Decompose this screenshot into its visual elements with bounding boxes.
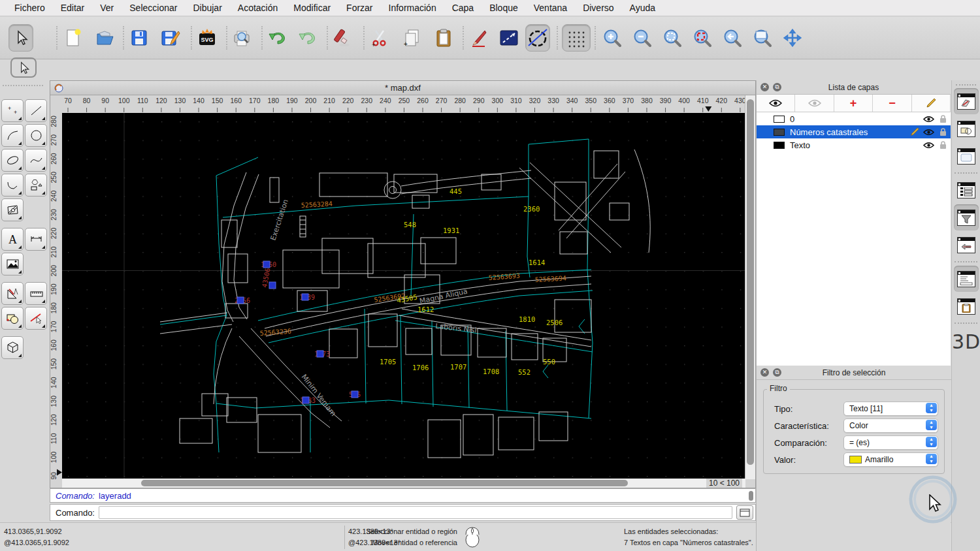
polyline-tool-button[interactable] bbox=[1, 174, 24, 197]
hide-all-layers-button[interactable] bbox=[795, 95, 834, 112]
horizontal-scrollbar[interactable] bbox=[62, 479, 745, 488]
add-layer-button[interactable]: + bbox=[834, 95, 873, 112]
draft-tools-button[interactable] bbox=[1, 282, 24, 305]
menu-item-ayuda[interactable]: Ayuda bbox=[622, 3, 663, 13]
command-input[interactable] bbox=[99, 506, 732, 519]
redo-button[interactable] bbox=[295, 24, 320, 52]
edit-layer-button[interactable] bbox=[912, 95, 951, 112]
document-title-bar[interactable]: * map.dxf bbox=[50, 81, 755, 95]
edit-pencil-icon[interactable] bbox=[910, 127, 919, 136]
layer-visibility-icon[interactable] bbox=[923, 142, 934, 149]
menu-item-ventana[interactable]: Ventana bbox=[526, 3, 575, 13]
layer-visibility-icon[interactable] bbox=[923, 129, 934, 136]
text-selection-handle[interactable] bbox=[269, 282, 276, 289]
zoom-window-button[interactable] bbox=[750, 24, 775, 52]
layer-row-0[interactable]: 0 bbox=[757, 112, 951, 125]
menu-item-dibujar[interactable]: Dibujar bbox=[185, 3, 229, 13]
text-selection-handle[interactable] bbox=[351, 391, 358, 398]
menu-item-editar[interactable]: Editar bbox=[53, 3, 93, 13]
pan-button[interactable] bbox=[780, 24, 805, 52]
layer-lock-icon[interactable] bbox=[939, 141, 947, 150]
zoom-selection-button[interactable] bbox=[690, 24, 715, 52]
zoom-auto-button[interactable] bbox=[660, 24, 685, 52]
cut-button[interactable]: + bbox=[367, 24, 392, 52]
new-file-button[interactable] bbox=[61, 24, 86, 52]
float-panel-icon[interactable]: ⧉ bbox=[773, 83, 781, 91]
hatch-tool-button[interactable] bbox=[1, 198, 24, 221]
filter-dropdown-comparación[interactable]: = (es)▲▼ bbox=[843, 435, 938, 450]
layer-row-números-catastrales[interactable]: Números catastrales bbox=[757, 125, 951, 138]
toggle-library-browser-button[interactable] bbox=[954, 143, 979, 169]
vertical-scrollbar-thumb[interactable] bbox=[747, 99, 754, 465]
text-tool-button[interactable]: A bbox=[1, 228, 24, 251]
zoom-out-button[interactable] bbox=[630, 24, 655, 52]
snap-tool-button[interactable] bbox=[25, 307, 47, 330]
modify-tool-button[interactable] bbox=[1, 307, 24, 330]
svg-export-button[interactable]: SVG bbox=[195, 24, 220, 52]
filter-dropdown-característica[interactable]: Color▲▼ bbox=[843, 418, 938, 433]
vertical-scrollbar[interactable] bbox=[745, 95, 755, 479]
layer-lock-icon[interactable] bbox=[939, 115, 947, 123]
grid-toggle-button[interactable] bbox=[562, 24, 591, 52]
copy-button[interactable]: + bbox=[400, 24, 425, 52]
line-tool-button[interactable] bbox=[25, 99, 47, 122]
text-selection-handle[interactable] bbox=[302, 294, 308, 300]
select-tool-button[interactable] bbox=[8, 24, 33, 52]
spline-tool-button[interactable] bbox=[25, 149, 47, 172]
dropdown-stepper-icon[interactable]: ▲▼ bbox=[926, 437, 937, 447]
text-selection-handle[interactable] bbox=[317, 351, 323, 357]
command-window-toggle-button[interactable] bbox=[736, 505, 753, 520]
history-scrollbar-thumb[interactable] bbox=[749, 491, 753, 501]
dropdown-stepper-icon[interactable]: ▲▼ bbox=[926, 403, 937, 413]
menu-item-capa[interactable]: Capa bbox=[444, 3, 482, 13]
toggle-pen-settings-button[interactable] bbox=[954, 232, 979, 258]
arc-tool-button[interactable] bbox=[1, 124, 24, 147]
remove-layer-button[interactable]: − bbox=[873, 95, 911, 112]
menu-item-acotación[interactable]: Acotación bbox=[230, 3, 286, 13]
points-tool-button[interactable]: ++ bbox=[1, 99, 24, 122]
palette-drag-handle[interactable] bbox=[3, 85, 43, 86]
zoom-previous-button[interactable] bbox=[720, 24, 745, 52]
toggle-block-list-button[interactable] bbox=[954, 116, 979, 142]
filter-dropdown-tipo[interactable]: Texto [11]▲▼ bbox=[843, 401, 938, 416]
dimension-tool-button[interactable] bbox=[25, 228, 47, 251]
horizontal-scrollbar-thumb[interactable] bbox=[141, 480, 628, 486]
draw-pencil-button[interactable] bbox=[466, 24, 491, 52]
toggle-command-window-button[interactable] bbox=[954, 266, 979, 292]
strip-drag-handle[interactable] bbox=[956, 84, 976, 86]
close-icon[interactable]: ✕ bbox=[760, 368, 769, 377]
text-selection-handle[interactable] bbox=[263, 261, 270, 268]
dropdown-stepper-icon[interactable]: ▲▼ bbox=[926, 420, 937, 430]
text-selection-handle[interactable] bbox=[302, 397, 309, 403]
menu-item-ver[interactable]: Ver bbox=[92, 3, 122, 13]
layer-row-texto[interactable]: Texto bbox=[757, 138, 951, 151]
menu-item-información[interactable]: Información bbox=[381, 3, 444, 13]
selection-pointer-button[interactable] bbox=[10, 57, 37, 78]
menu-item-diverso[interactable]: Diverso bbox=[575, 3, 621, 13]
image-tool-button[interactable] bbox=[1, 253, 24, 276]
eraser-button[interactable] bbox=[331, 24, 355, 52]
toggle-clipboard-button[interactable] bbox=[954, 293, 979, 319]
menu-item-bloque[interactable]: Bloque bbox=[482, 3, 526, 13]
drawing-canvas[interactable]: ExercitationMagna AliquaLaboris NisiMini… bbox=[62, 113, 745, 479]
undo-button[interactable] bbox=[265, 24, 290, 52]
float-panel-icon[interactable]: ⧉ bbox=[773, 368, 781, 377]
menu-item-modificar[interactable]: Modificar bbox=[286, 3, 338, 13]
layer-visibility-icon[interactable] bbox=[923, 116, 934, 123]
close-icon[interactable]: ✕ bbox=[760, 83, 769, 91]
toggle-layer-list-button[interactable] bbox=[954, 88, 979, 114]
open-file-button[interactable] bbox=[93, 24, 118, 52]
line-properties-button[interactable] bbox=[497, 24, 521, 52]
save-button[interactable] bbox=[127, 24, 152, 52]
toggle-selection-filter-button[interactable] bbox=[954, 204, 979, 230]
text-selection-handle[interactable] bbox=[237, 297, 244, 304]
menu-item-fichero[interactable]: Fichero bbox=[7, 3, 53, 13]
dropdown-stepper-icon[interactable]: ▲▼ bbox=[926, 454, 937, 464]
circle-slash-button[interactable] bbox=[525, 24, 550, 52]
ellipse-tool-button[interactable] bbox=[1, 149, 24, 172]
circle-tool-button[interactable] bbox=[25, 124, 47, 147]
filter-dropdown-valor[interactable]: Amarillo▲▼ bbox=[843, 452, 938, 467]
menu-item-seleccionar[interactable]: Seleccionar bbox=[122, 3, 185, 13]
paste-button[interactable] bbox=[431, 24, 456, 52]
save-as-button[interactable] bbox=[158, 24, 183, 52]
